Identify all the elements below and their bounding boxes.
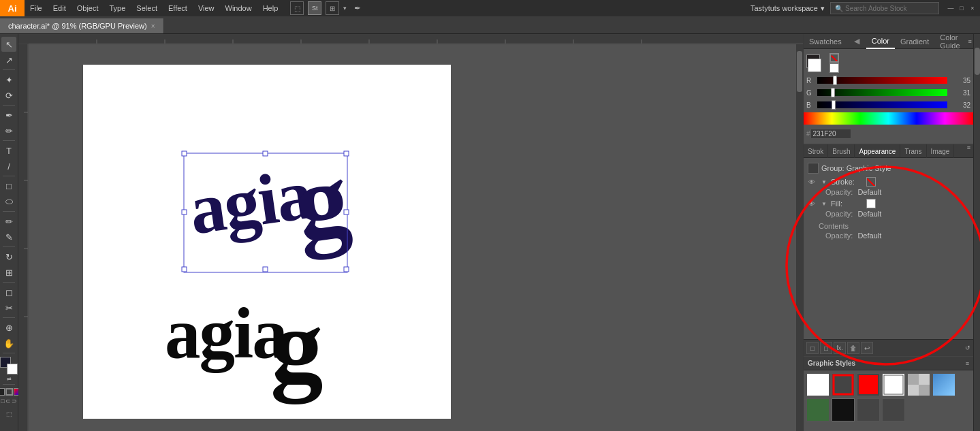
b-channel-slider[interactable] (817, 101, 947, 108)
canvas-vscrollbar[interactable] (796, 44, 803, 431)
fill-expand-toggle[interactable]: ▼ (819, 201, 829, 207)
stroke-expand-toggle[interactable]: ▼ (819, 179, 829, 185)
search-input[interactable] (845, 5, 927, 12)
grid-icon[interactable]: ⊞ (326, 1, 339, 15)
g-slider-thumb[interactable] (831, 88, 835, 97)
stroke-color-swatch[interactable] (866, 177, 876, 187)
r-channel-slider[interactable] (817, 77, 947, 84)
artboard-tool-icon[interactable]: ⬚ (290, 1, 304, 15)
graphic-style-blank3[interactable] (882, 398, 905, 421)
workspace-selector[interactable]: Tastytuts workspace ▾ (745, 4, 830, 13)
menu-object[interactable]: Object (72, 0, 104, 16)
tab-close-button[interactable]: × (151, 22, 155, 30)
canvas-vscrollbar-thumb[interactable] (797, 51, 802, 92)
minimize-button[interactable]: — (946, 3, 955, 13)
stroke-swatch[interactable] (829, 53, 839, 63)
tab-color[interactable]: Color (866, 34, 895, 49)
stock-search[interactable]: 🔍 (830, 2, 939, 14)
type-tool[interactable]: T (1, 143, 16, 158)
lasso-tool[interactable]: ⟳ (1, 88, 16, 103)
stroke-visibility-toggle[interactable]: 👁 (806, 178, 817, 186)
undo-button[interactable]: ↩ (861, 342, 873, 354)
zoom-tool[interactable]: ⊕ (1, 320, 16, 335)
stock-icon[interactable]: St (308, 1, 321, 15)
graphic-styles-options[interactable]: ≡ (966, 360, 969, 367)
draw-behind-icon[interactable]: ⊃ (12, 398, 17, 404)
eraser-tool[interactable]: ◻ (1, 285, 16, 300)
fx-button[interactable]: fx. (834, 342, 846, 354)
graphic-style-green[interactable] (806, 398, 829, 421)
tab-swatches[interactable]: Swatches (804, 34, 847, 49)
menu-type[interactable]: Type (104, 0, 131, 16)
pencil-tool[interactable]: ✎ (1, 229, 16, 244)
stroke-indicator[interactable] (5, 388, 13, 396)
document-tab[interactable]: character.ai* @ 91% (RGB/GPU Preview) × (0, 18, 164, 33)
draw-inside-icon[interactable]: ⊂ (5, 398, 11, 404)
r-slider-thumb[interactable] (833, 76, 837, 85)
pen-tool[interactable]: ✒ (1, 108, 16, 123)
b-slider-thumb[interactable] (832, 100, 836, 110)
maximize-button[interactable]: □ (957, 3, 966, 13)
canvas-area[interactable]: agia g (18, 34, 803, 431)
menu-window[interactable]: Window (220, 0, 257, 16)
tab-appearance[interactable]: Appearance (855, 144, 900, 158)
pen-tool-icon[interactable]: ✒ (351, 1, 364, 15)
normal-mode-icon[interactable]: □ (1, 398, 4, 404)
appearance-panel-options[interactable]: ≡ (964, 144, 973, 157)
menu-edit[interactable]: Edit (48, 0, 72, 16)
fill-swatch[interactable] (829, 63, 839, 73)
magic-wand-tool[interactable]: ✦ (1, 72, 16, 87)
curvature-tool[interactable]: ✏ (1, 123, 16, 138)
tab-brush[interactable]: Brush (828, 144, 855, 158)
graphic-styles-grid (804, 370, 973, 424)
graphic-style-red-filled[interactable] (857, 373, 880, 396)
redo-button[interactable]: ↺ (965, 345, 970, 351)
scale-tool[interactable]: ⊞ (1, 265, 16, 280)
rotate-tool[interactable]: ↻ (1, 249, 16, 264)
menu-file[interactable]: File (25, 0, 48, 16)
scissors-tool[interactable]: ✂ (1, 300, 16, 315)
swap-colors-icon[interactable]: ⇄ (7, 376, 12, 382)
menu-select[interactable]: Select (131, 0, 163, 16)
fill-visibility-toggle[interactable]: 👁 (806, 200, 817, 208)
rect-tool[interactable]: □ (1, 178, 16, 193)
paintbrush-tool[interactable]: ✏ (1, 214, 16, 229)
selection-tool[interactable]: ↖ (1, 37, 16, 52)
tab-transparency[interactable]: Trans (900, 144, 926, 158)
canvas-viewport[interactable]: agia g (29, 44, 803, 431)
graphic-style-blank2[interactable] (857, 398, 880, 421)
menu-effect[interactable]: Effect (163, 0, 193, 16)
tab-gradient[interactable]: Gradient (895, 34, 934, 49)
tab-color-guide[interactable]: Color Guide (934, 34, 965, 49)
hex-input[interactable] (810, 129, 851, 139)
artboard-button[interactable]: ⬚ (1, 406, 16, 421)
close-button[interactable]: × (968, 3, 977, 13)
graphic-style-outline[interactable] (882, 373, 905, 396)
right-scrollbar-thumb[interactable] (975, 48, 980, 75)
fill-color-swatch[interactable] (866, 199, 876, 208)
graphic-style-red-stroke[interactable] (832, 373, 855, 396)
menu-view[interactable]: View (193, 0, 220, 16)
delete-button[interactable]: 🗑 (847, 342, 859, 354)
right-panel-scrollbar[interactable] (973, 34, 980, 431)
add-layer-button[interactable]: □ (806, 342, 819, 354)
ellipse-tool[interactable]: ⬭ (1, 194, 16, 209)
hand-tool[interactable]: ✋ (1, 336, 16, 351)
graphic-style-image[interactable] (932, 373, 955, 396)
fill-indicator[interactable] (0, 388, 5, 396)
graphic-style-black[interactable] (832, 398, 855, 421)
direct-selection-tool[interactable]: ↗ (1, 52, 16, 67)
line-tool[interactable]: / (1, 159, 16, 174)
hex-row: # (804, 126, 973, 141)
graphic-style-checker[interactable] (907, 373, 930, 396)
tab-image[interactable]: Image (927, 144, 955, 158)
add-fill-button[interactable]: □ (820, 342, 832, 354)
bg-color-swatch[interactable] (808, 59, 821, 72)
menu-help[interactable]: Help (257, 0, 284, 16)
color-spectrum-bar[interactable] (804, 112, 973, 125)
graphic-style-white[interactable] (806, 373, 829, 396)
background-color[interactable] (7, 364, 18, 374)
tab-stroke[interactable]: Strok (804, 144, 828, 158)
workspace-chevron[interactable]: ▾ (821, 4, 825, 13)
g-channel-slider[interactable] (817, 89, 947, 96)
